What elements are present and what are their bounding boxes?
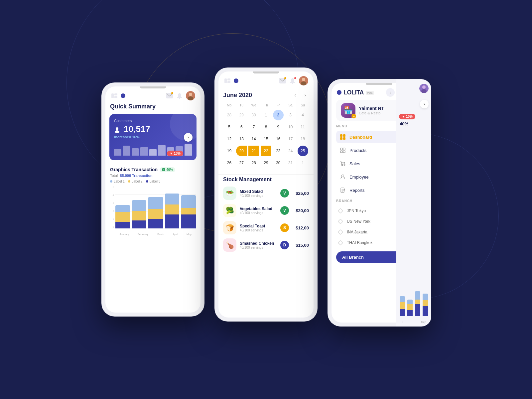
mail-icon-wrap — [166, 92, 173, 99]
cal-cell[interactable]: 19 — [224, 146, 234, 156]
cal-cell[interactable]: 11 — [298, 122, 308, 132]
cal-cell[interactable]: 13 — [236, 134, 247, 144]
reports-icon — [339, 187, 346, 194]
cal-cell-today[interactable]: 2 — [273, 110, 284, 120]
cal-cell[interactable]: 12 — [224, 134, 234, 144]
stock-badge-3: S — [280, 223, 289, 232]
svg-point-31 — [341, 164, 343, 166]
calendar-title: June 2020 — [223, 92, 252, 99]
cal-cell-range-mid[interactable]: 22 — [261, 146, 271, 156]
summary-arrow-btn[interactable]: › — [184, 133, 193, 142]
cal-cell[interactable]: 5 — [224, 122, 234, 132]
phone1-topbar — [105, 86, 200, 103]
back-btn[interactable]: ‹ — [386, 88, 395, 97]
user-avatar-3[interactable] — [412, 88, 421, 97]
stock-info-4: Smashed Chicken 40/100 servings — [240, 241, 277, 249]
cal-cell[interactable]: 7 — [248, 122, 259, 132]
all-branch-btn[interactable]: All Branch › — [336, 251, 422, 263]
stock-info-1: Mixed Salad 40/100 servings — [240, 189, 277, 198]
menu-item-reports[interactable]: Reports — [336, 184, 422, 197]
svg-rect-26 — [343, 137, 345, 140]
menu-item-employee[interactable]: Employee — [336, 171, 422, 183]
cal-cell[interactable]: 16 — [273, 134, 284, 144]
cal-cell[interactable]: 4 — [298, 110, 308, 120]
cal-cell[interactable]: 27 — [236, 158, 247, 168]
cal-cell[interactable]: 28 — [224, 110, 234, 120]
phone-calendar: June 2020 ‹ › MoTuWeThFrSaSu 28 29 30 1 … — [214, 67, 318, 322]
cal-cell[interactable]: 8 — [261, 122, 271, 132]
svg-point-22 — [414, 93, 419, 97]
cal-cell[interactable]: 28 — [248, 158, 259, 168]
cal-cell[interactable]: 30 — [273, 158, 284, 168]
stock-name-2: Vegetables Salad — [240, 206, 277, 211]
branch-jpn-tokyo[interactable]: JPN Tokyo — [336, 205, 422, 216]
cal-cell[interactable]: 26 — [224, 158, 234, 168]
cal-cell[interactable]: 14 — [248, 134, 259, 144]
stock-name-3: Special Toast — [240, 224, 277, 228]
menu-item-sales[interactable]: Sales 16 — [336, 157, 422, 170]
phone2-inner: June 2020 ‹ › MoTuWeThFrSaSu 28 29 30 1 … — [218, 71, 314, 318]
stock-serving-3: 40/100 servings — [240, 228, 277, 232]
svg-rect-29 — [340, 151, 342, 153]
svg-rect-1 — [114, 93, 117, 95]
cal-days-header: MoTuWeThFrSaSu — [223, 103, 309, 107]
sidebar-icon-2[interactable] — [224, 77, 231, 84]
user-avatar[interactable] — [186, 91, 195, 100]
svg-point-8 — [116, 127, 118, 130]
graphics-badge: 40% — [160, 167, 175, 172]
svg-point-21 — [415, 89, 418, 93]
sidebar-icon[interactable] — [111, 92, 118, 99]
calendar-nav: ‹ › — [292, 91, 309, 99]
stock-price-3: $12,00 — [292, 225, 309, 230]
cal-cell[interactable]: 6 — [236, 122, 247, 132]
down-badge: ▼ 10% — [167, 151, 183, 156]
stock-name-1: Mixed Salad — [240, 189, 277, 194]
active-tab-dot[interactable] — [121, 93, 125, 98]
cal-cell[interactable]: 1 — [261, 110, 271, 120]
cal-cell[interactable]: 24 — [285, 146, 296, 156]
menu-item-dashboard[interactable]: Dashboard — [336, 131, 422, 143]
svg-point-15 — [292, 83, 293, 84]
stock-img-4: 🍗 — [223, 238, 236, 252]
phone2-topbar — [218, 71, 314, 88]
mini-bar — [132, 148, 139, 156]
cal-cell-range-start[interactable]: 20 — [236, 146, 247, 156]
phone2-notch — [253, 71, 279, 73]
cal-cell[interactable]: 18 — [298, 134, 308, 144]
cal-cell[interactable]: 15 — [261, 134, 271, 144]
graphics-total: Total 85.000 Transaction — [105, 174, 200, 180]
cal-cell[interactable]: 23 — [273, 146, 284, 156]
lolita-logo-area: LOLITA POS — [337, 89, 383, 96]
user-avatar-2[interactable] — [299, 76, 308, 85]
cal-prev-btn[interactable]: ‹ — [292, 91, 299, 99]
cal-cell[interactable]: 29 — [236, 110, 247, 120]
svg-rect-23 — [340, 134, 342, 137]
cal-cell[interactable]: 30 — [248, 110, 259, 120]
cal-cell[interactable]: 9 — [273, 122, 284, 132]
profile-section: 🏪 ★ Yaiment NT Cafe & Resto — [336, 100, 422, 121]
cal-cell[interactable]: 17 — [285, 134, 296, 144]
cal-cell[interactable]: 31 — [285, 158, 296, 168]
branch-ina-jakarta[interactable]: INA Jakarta — [336, 227, 422, 237]
cal-week-2: 5 6 7 8 9 10 11 — [223, 122, 309, 132]
branch-us-newyork[interactable]: US New York — [336, 216, 422, 227]
branch-thai-bangkok[interactable]: THAI Bangkok — [336, 237, 422, 248]
active-tab-dot-2[interactable] — [234, 78, 238, 83]
bar-chart — [115, 186, 196, 228]
stock-item-4: 🍗 Smashed Chicken 40/100 servings D $15,… — [223, 238, 309, 252]
cal-cell[interactable]: 3 — [285, 110, 296, 120]
cal-cell-range-end[interactable]: 25 — [298, 146, 308, 156]
cal-week-4: 19 20 21 22 23 24 25 — [223, 146, 309, 156]
bar-group-jan — [115, 186, 130, 228]
menu-section-label: MENU — [336, 124, 422, 128]
stock-img-2: 🥦 — [223, 204, 236, 217]
cal-next-btn[interactable]: › — [302, 91, 309, 99]
cal-cell[interactable]: 1 — [298, 158, 308, 168]
cal-cell[interactable]: 10 — [285, 122, 296, 132]
cal-cell-range-mid[interactable]: 21 — [248, 146, 259, 156]
svg-rect-0 — [111, 93, 114, 98]
phone3-topbar: LOLITA POS ‹ — [332, 83, 427, 100]
cal-cell[interactable]: 29 — [261, 158, 271, 168]
menu-item-products[interactable]: Products — [336, 144, 422, 157]
branch-diamond-4 — [337, 240, 343, 246]
